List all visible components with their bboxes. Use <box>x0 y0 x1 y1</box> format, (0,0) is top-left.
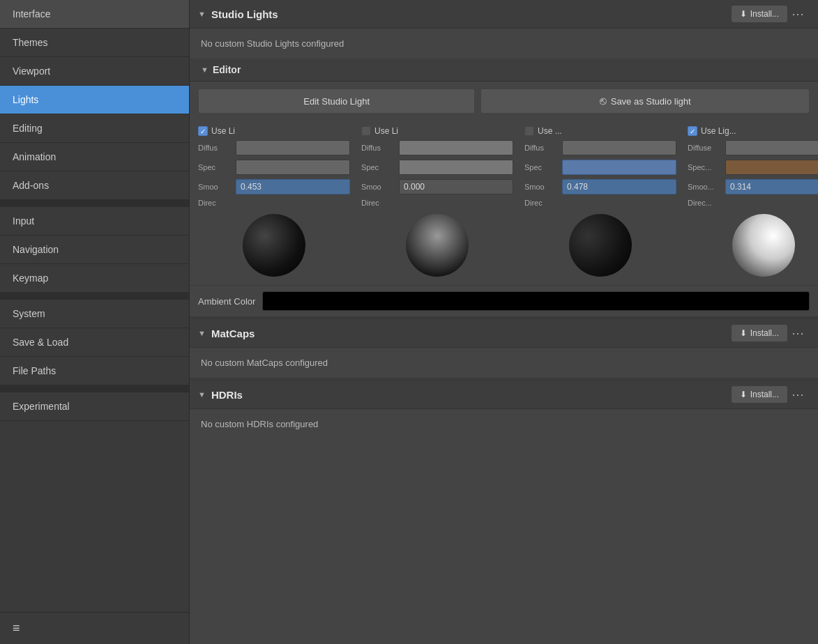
light4-direc-row: Direc... <box>688 199 818 207</box>
light4-smooth-row: Smoo... <box>688 179 818 194</box>
light2-spec-row: Spec <box>361 160 513 175</box>
editor-triangle-icon[interactable]: ▼ <box>201 66 209 74</box>
sidebar-item-animation[interactable]: Animation <box>0 143 189 171</box>
light-col-4: ✓ Use Lig... Diffuse Spec... Smoo... Dir… <box>682 126 818 279</box>
hdris-download-icon: ⬇ <box>740 390 747 399</box>
light2-use-checkbox[interactable] <box>361 126 371 136</box>
light1-smooth-row: Smoo <box>198 179 350 194</box>
sidebar-item-input[interactable]: Input <box>0 207 189 236</box>
sidebar-item-editing[interactable]: Editing <box>0 114 189 143</box>
light1-spec-label: Spec <box>198 163 233 171</box>
sidebar: Interface Themes Viewport Lights Editing… <box>0 0 190 644</box>
light2-spec-label: Spec <box>361 163 396 171</box>
light1-smooth-label: Smoo <box>198 183 233 191</box>
light2-diffuse-input[interactable] <box>399 140 513 155</box>
save-icon: ⎋ <box>600 95 607 107</box>
light4-spec-row: Spec... <box>688 160 818 175</box>
light3-diffuse-row: Diffus <box>524 140 676 155</box>
ambient-color-row: Ambient Color <box>190 285 818 316</box>
hdris-install-button[interactable]: ⬇ Install... <box>732 386 787 403</box>
sidebar-item-saveload[interactable]: Save & Load <box>0 328 189 357</box>
light2-direc-label: Direc <box>361 199 396 207</box>
light2-direc-row: Direc <box>361 199 513 207</box>
light3-smooth-input[interactable] <box>562 179 676 194</box>
editor-section-title: Editor <box>213 64 241 75</box>
matcaps-install-button[interactable]: ⬇ Install... <box>732 325 787 342</box>
light4-diffuse-label: Diffuse <box>688 144 722 152</box>
sidebar-item-viewport[interactable]: Viewport <box>0 57 189 86</box>
hdris-section-header: ▼ HDRIs ⬇ Install... ⋯ <box>190 381 818 409</box>
sidebar-item-filepaths[interactable]: File Paths <box>0 357 189 385</box>
light4-spec-input[interactable] <box>725 160 818 175</box>
light4-use-label: Use Lig... <box>701 126 736 136</box>
light4-use-checkbox[interactable]: ✓ <box>688 126 697 136</box>
light4-direction-sphere[interactable] <box>732 214 795 277</box>
studio-lights-section-header: ▼ Studio Lights ⬇ Install... ⋯ <box>190 0 818 29</box>
sidebar-item-lights[interactable]: Lights <box>0 86 189 114</box>
download-icon: ⬇ <box>740 9 747 19</box>
light3-direction-sphere[interactable] <box>569 214 632 277</box>
light-col-1: ✓ Use Li Diffus Spec Smoo Direc <box>198 126 356 279</box>
sidebar-group-spacer-2 <box>0 293 189 300</box>
matcaps-title: MatCaps <box>211 328 732 339</box>
sidebar-item-navigation[interactable]: Navigation <box>0 236 189 264</box>
triangle-icon[interactable]: ▼ <box>198 10 206 18</box>
light3-use-checkbox[interactable] <box>524 126 534 136</box>
light3-direc-row: Direc <box>524 199 676 207</box>
light3-use-checkbox-row: Use ... <box>524 126 676 136</box>
light1-direction-sphere[interactable] <box>243 214 305 277</box>
light4-use-checkbox-row: ✓ Use Lig... <box>688 126 818 136</box>
light4-smooth-label: Smoo... <box>688 183 722 191</box>
light3-diffuse-label: Diffus <box>524 144 559 152</box>
light1-direc-row: Direc <box>198 199 350 207</box>
sidebar-item-themes[interactable]: Themes <box>0 29 189 57</box>
light4-spec-label: Spec... <box>688 163 722 171</box>
light1-diffuse-row: Diffus <box>198 140 350 155</box>
sidebar-item-keymap[interactable]: Keymap <box>0 264 189 293</box>
light3-diffuse-input[interactable] <box>562 140 676 155</box>
light2-spec-input[interactable] <box>399 160 513 175</box>
light2-smooth-input[interactable] <box>399 179 513 194</box>
light2-use-label: Use Li <box>374 126 398 136</box>
hdris-no-config: No custom HDRIs configured <box>190 409 818 439</box>
edit-studio-light-button[interactable]: Edit Studio Light <box>198 89 475 114</box>
ambient-color-swatch[interactable] <box>262 291 810 311</box>
light2-diffuse-label: Diffus <box>361 144 396 152</box>
light2-direction-sphere[interactable] <box>406 214 469 277</box>
light1-use-checkbox[interactable]: ✓ <box>198 126 208 136</box>
hamburger-icon[interactable]: ≡ <box>13 621 20 636</box>
matcaps-section-header: ▼ MatCaps ⬇ Install... ⋯ <box>190 319 818 348</box>
sidebar-item-addons[interactable]: Add-ons <box>0 171 189 200</box>
matcaps-triangle-icon[interactable]: ▼ <box>198 329 206 337</box>
light-col-3: Use ... Diffus Spec Smoo Direc <box>519 126 682 279</box>
light1-spec-input[interactable] <box>236 160 350 175</box>
save-as-studio-light-button[interactable]: ⎋ Save as Studio light <box>480 89 810 114</box>
hdris-triangle-icon[interactable]: ▼ <box>198 390 206 399</box>
light2-smooth-label: Smoo <box>361 183 396 191</box>
light4-direc-label: Direc... <box>688 199 722 207</box>
sidebar-item-interface[interactable]: Interface <box>0 0 189 29</box>
editor-buttons-row: Edit Studio Light ⎋ Save as Studio light <box>190 82 818 121</box>
sidebar-item-system[interactable]: System <box>0 300 189 328</box>
main-content: ▼ Studio Lights ⬇ Install... ⋯ No custom… <box>190 0 818 644</box>
sidebar-group-spacer-3 <box>0 385 189 392</box>
light3-use-label: Use ... <box>538 126 562 136</box>
light3-smooth-label: Smoo <box>524 183 559 191</box>
studio-lights-install-button[interactable]: ⬇ Install... <box>732 6 787 22</box>
light2-diffuse-row: Diffus <box>361 140 513 155</box>
sidebar-item-experimental[interactable]: Experimental <box>0 392 189 421</box>
studio-lights-title: Studio Lights <box>211 8 732 20</box>
light1-use-checkbox-row: ✓ Use Li <box>198 126 350 136</box>
light4-diffuse-input[interactable] <box>725 140 818 155</box>
light3-direc-label: Direc <box>524 199 559 207</box>
light1-smooth-input[interactable] <box>236 179 350 194</box>
light3-spec-input[interactable] <box>562 160 676 175</box>
light4-smooth-input[interactable] <box>725 179 818 194</box>
light1-direc-label: Direc <box>198 199 233 207</box>
hdris-menu-button[interactable]: ⋯ <box>787 387 810 402</box>
light1-diffuse-input[interactable] <box>236 140 350 155</box>
light3-spec-label: Spec <box>524 163 559 171</box>
light1-diffuse-label: Diffus <box>198 144 233 152</box>
matcaps-menu-button[interactable]: ⋯ <box>787 325 810 341</box>
studio-lights-menu-button[interactable]: ⋯ <box>787 6 810 22</box>
